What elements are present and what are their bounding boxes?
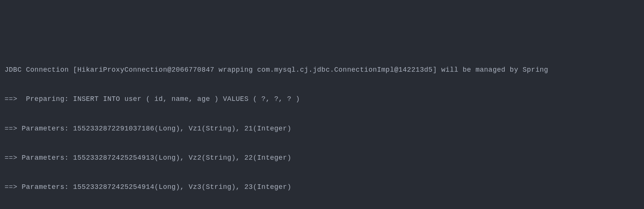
log-line-preparing: ==> Preparing: INSERT INTO user ( id, na… [5,92,639,107]
log-line-parameters: ==> Parameters: 1552332872291037186(Long… [5,121,639,136]
log-line-jdbc-connection: JDBC Connection [HikariProxyConnection@2… [5,63,639,77]
log-line-parameters: ==> Parameters: 1552332872425254913(Long… [5,151,639,165]
log-line-parameters: ==> Parameters: 1552332872425254914(Long… [5,180,639,195]
